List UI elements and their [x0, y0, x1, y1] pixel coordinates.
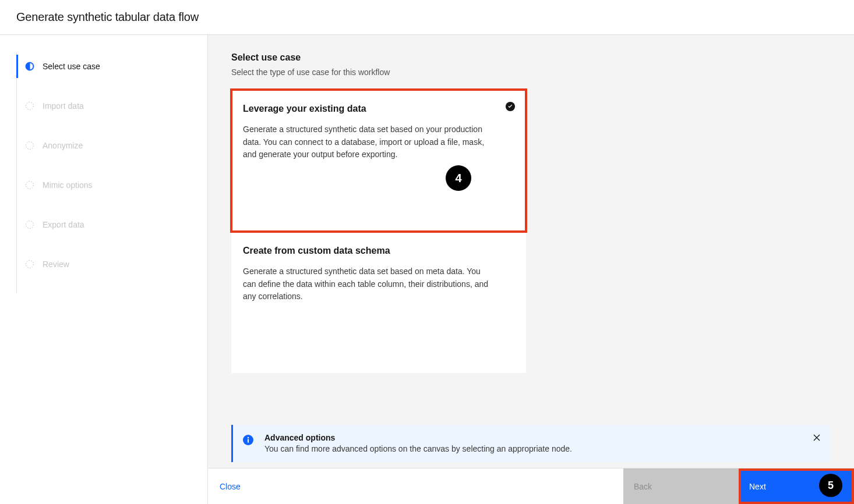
step-label: Import data [43, 101, 84, 111]
svg-point-4 [26, 261, 34, 268]
step-anonymize[interactable]: Anonymize [16, 134, 207, 157]
step-pending-icon [25, 141, 34, 150]
usecase-card-stack: Leverage your existing data Generate a s… [231, 90, 526, 373]
back-button: Back [623, 468, 739, 504]
svg-point-3 [26, 221, 34, 229]
usecase-card-leverage[interactable]: Leverage your existing data Generate a s… [231, 90, 526, 232]
info-title: Advanced options [264, 433, 572, 442]
page-title: Generate synthetic tabular data flow [16, 10, 840, 24]
step-import-data[interactable]: Import data [16, 94, 207, 118]
card-title: Leverage your existing data [243, 104, 510, 114]
annotation-badge-5: 5 [819, 474, 842, 497]
step-pending-icon [25, 180, 34, 190]
svg-point-8 [248, 437, 249, 438]
annotation-badge-4: 4 [446, 165, 471, 191]
step-review[interactable]: Review [16, 253, 207, 276]
step-label: Review [43, 260, 69, 269]
checkmark-filled-icon [505, 101, 516, 112]
step-pending-icon [25, 260, 34, 269]
step-label: Select use case [43, 62, 100, 71]
step-label: Export data [43, 220, 84, 229]
next-button-label: Next [749, 482, 766, 491]
wizard-footer: Close Back Next 5 [208, 468, 854, 504]
card-description: Generate a structured synthetic data set… [243, 265, 493, 303]
step-current-icon [25, 62, 34, 71]
info-icon [242, 434, 254, 446]
card-title: Create from custom data schema [243, 246, 510, 256]
step-export-data[interactable]: Export data [16, 213, 207, 236]
svg-rect-7 [248, 439, 249, 443]
wizard-sidebar: Select use case Import data Anonymize [0, 35, 207, 504]
step-pending-icon [25, 220, 34, 229]
svg-point-1 [26, 142, 34, 150]
section-subtitle: Select the type of use case for this wor… [231, 68, 831, 77]
info-body: You can find more advanced options on th… [264, 444, 572, 453]
info-notification: Advanced options You can find more advan… [231, 425, 831, 462]
usecase-card-custom-schema[interactable]: Create from custom data schema Generate … [231, 232, 526, 373]
close-button[interactable]: Close [208, 468, 252, 504]
close-icon[interactable] [812, 433, 823, 443]
step-mimic-options[interactable]: Mimic options [16, 173, 207, 197]
page-header: Generate synthetic tabular data flow [0, 0, 854, 35]
card-description: Generate a structured synthetic data set… [243, 123, 493, 161]
step-label: Anonymize [43, 141, 83, 150]
section-title: Select use case [231, 52, 831, 63]
svg-point-2 [26, 182, 34, 189]
step-label: Mimic options [43, 180, 93, 190]
step-list: Select use case Import data Anonymize [16, 52, 207, 293]
svg-point-0 [26, 102, 34, 110]
step-pending-icon [25, 101, 34, 111]
next-button[interactable]: Next 5 [739, 468, 854, 504]
step-select-use-case[interactable]: Select use case [16, 55, 207, 78]
main-panel: Select use case Select the type of use c… [207, 35, 854, 504]
